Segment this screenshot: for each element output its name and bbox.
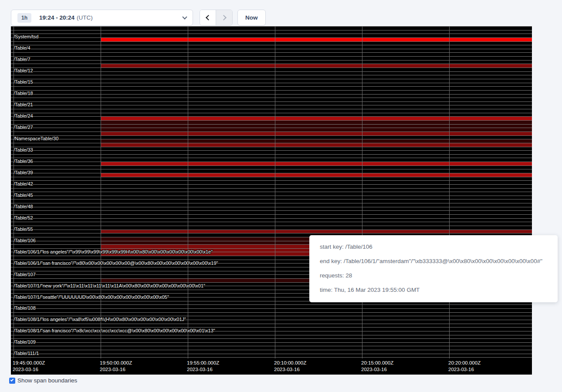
span-label: /NamespaceTable/30 (14, 136, 58, 141)
span-label: /Table/107 (14, 272, 36, 277)
span-label: /Table/21 (14, 102, 33, 107)
time-range-timezone: (UTC) (77, 14, 93, 21)
span-row (11, 68, 532, 72)
span-heat-band (101, 230, 532, 233)
time-window-nav (200, 10, 233, 26)
span-label: /Table/111/1 (14, 351, 39, 355)
span-label: /Table/33 (14, 148, 33, 152)
now-button[interactable]: Now (237, 10, 266, 26)
span-row (11, 139, 532, 143)
span-label: /Table/27 (14, 125, 33, 129)
span-row (11, 335, 532, 339)
span-row (11, 350, 532, 354)
span-row (11, 57, 532, 61)
span-row (11, 199, 532, 203)
span-heat-band (101, 38, 532, 41)
chevron-down-icon (182, 14, 187, 19)
span-heat-band (101, 117, 532, 120)
time-bucket-gridline (449, 26, 450, 358)
span-row (11, 324, 532, 328)
span-row (11, 61, 532, 64)
span-label: /Table/42 (14, 182, 33, 186)
span-row (11, 339, 532, 343)
chevron-right-icon (221, 15, 227, 20)
span-row (11, 203, 532, 207)
span-row (11, 109, 532, 113)
span-label: /Table/15 (14, 80, 33, 84)
span-label: /Table/52 (14, 216, 33, 220)
time-range-dropdown[interactable]: 1h 19:24 - 20:24 (UTC) (11, 10, 193, 26)
span-label: /Table/7 (14, 57, 30, 61)
span-row (11, 147, 532, 151)
tooltip-start-key: start key: /Table/106 (320, 243, 547, 250)
key-visualizer-canvas[interactable]: /System/tsd/Table/4/Table/7/Table/12/Tab… (11, 26, 532, 375)
tooltip-end-key: end key: /Table/106/1/"amsterdam"/"\xb33… (320, 258, 547, 264)
span-label: /Table/12 (14, 68, 33, 73)
span-row (11, 354, 532, 358)
span-row (11, 143, 532, 147)
span-label: /Table/48 (14, 204, 33, 209)
span-row (11, 49, 532, 53)
span-row (11, 38, 532, 42)
span-label: /Table/106/1/"los angeles"/"\x99\x99\x99… (14, 250, 213, 254)
span-label: /Table/106 (14, 238, 36, 243)
span-label: /Table/107/1/"new york"/"\x11\x11\x11\x1… (14, 284, 205, 288)
x-axis-tick: 19:55:00.000Z2023-03-16 (187, 360, 219, 373)
span-heat-band (101, 128, 532, 132)
span-heat-band (101, 162, 532, 166)
span-heat-band (101, 139, 532, 143)
span-row (11, 87, 532, 91)
span-row (11, 309, 532, 313)
span-heat-band (101, 173, 532, 177)
time-bucket-gridline (188, 26, 188, 358)
span-row (11, 53, 532, 57)
tooltip-time: time: Thu, 16 Mar 2023 19:55:00 GMT (320, 287, 547, 293)
span-row (11, 313, 532, 317)
span-heat-band (101, 132, 532, 135)
span-label: /Table/36 (14, 159, 33, 163)
show-span-boundaries-checkbox[interactable] (9, 378, 15, 384)
span-heat-band (101, 125, 532, 128)
span-row (11, 158, 532, 162)
span-row (11, 64, 532, 68)
x-axis-tick: 19:50:00.000Z2023-03-16 (100, 360, 132, 373)
time-bucket-gridline (275, 26, 275, 358)
time-bucket-gridline (362, 26, 362, 358)
span-row (11, 117, 532, 121)
time-range-label: 19:24 - 20:24 (39, 14, 74, 21)
span-row (11, 343, 532, 347)
span-row (11, 181, 532, 185)
span-row (11, 173, 532, 177)
span-row (11, 121, 532, 125)
span-row (11, 113, 532, 117)
next-window-button[interactable] (216, 10, 232, 25)
span-row (11, 185, 532, 189)
span-row (11, 169, 532, 173)
time-range-preset-badge: 1h (17, 13, 31, 23)
span-label: /Table/106/1/"san francisco"/"\x80\x00\x… (14, 261, 218, 265)
span-row (11, 132, 532, 136)
span-row (11, 102, 532, 106)
prev-window-button[interactable] (200, 10, 216, 25)
x-axis-tick: 20:20:00.000Z2023-03-16 (448, 360, 481, 373)
time-bucket-gridline (101, 26, 101, 358)
span-label: /Table/55 (14, 227, 33, 231)
span-label: /Table/108/1/"san francisco"/"\x8c\xcc\x… (14, 328, 215, 333)
span-row (11, 162, 532, 166)
span-label: /Table/45 (14, 193, 33, 197)
span-row (11, 219, 532, 223)
span-row (11, 222, 532, 226)
span-row (11, 42, 532, 46)
span-heat-band (101, 64, 532, 68)
toolbar: 1h 19:24 - 20:24 (UTC) Now (0, 0, 562, 26)
span-row (11, 136, 532, 140)
x-axis-tick: 19:45:00.000Z2023-03-16 (13, 360, 45, 373)
x-axis-tick: 20:10:00.000Z2023-03-16 (274, 360, 306, 373)
span-label: /Table/108 (14, 306, 36, 310)
span-label: /Table/18 (14, 91, 33, 95)
span-row (11, 72, 532, 76)
show-span-boundaries-label: Show span boundaries (17, 377, 77, 384)
span-row (11, 192, 532, 196)
span-row (11, 215, 532, 219)
span-row (11, 27, 532, 30)
